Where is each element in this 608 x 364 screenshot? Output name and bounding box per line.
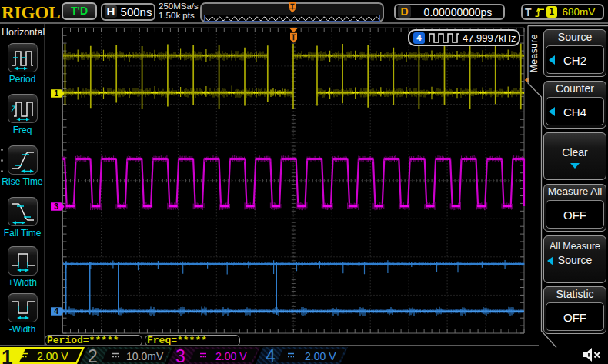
svg-text:2.00 V: 2.00 V (215, 350, 247, 362)
svg-text:3: 3 (175, 346, 185, 364)
svg-text:2.00 V: 2.00 V (305, 350, 336, 362)
svg-text:4: 4 (266, 346, 276, 364)
svg-text:1: 1 (2, 346, 12, 364)
svg-text:2: 2 (88, 346, 98, 364)
svg-text:10.0mV: 10.0mV (126, 350, 164, 362)
svg-text:2.00 V: 2.00 V (37, 350, 68, 362)
